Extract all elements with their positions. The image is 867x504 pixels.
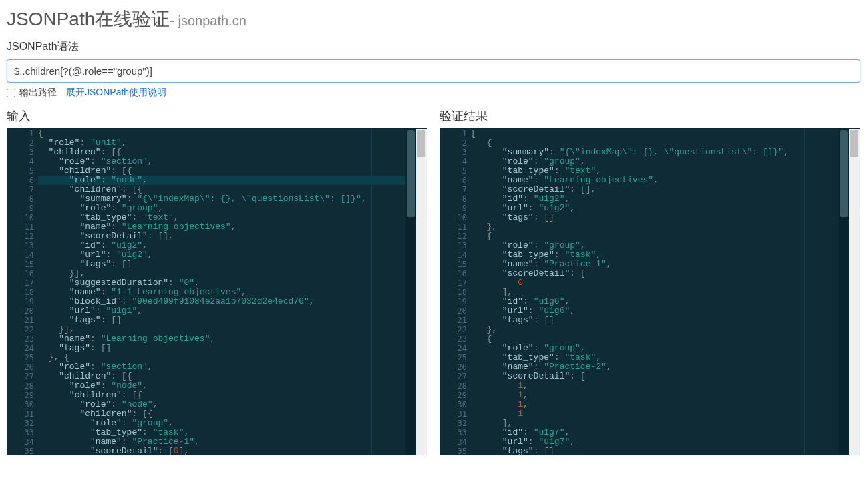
- code-line[interactable]: "role": "group",: [38, 419, 405, 428]
- editor-scrollbar[interactable]: [849, 129, 860, 455]
- code-line[interactable]: "tab_type": "task",: [38, 428, 405, 437]
- code-line[interactable]: {: [471, 138, 838, 148]
- code-line[interactable]: "tab_type": "task",: [471, 250, 838, 260]
- code-line[interactable]: "id": "u1g2",: [38, 241, 405, 250]
- scroll-thumb[interactable]: [417, 130, 425, 157]
- code-line[interactable]: "tags": []: [471, 316, 838, 325]
- code-line[interactable]: "name": "Practice-1",: [38, 437, 405, 447]
- code-line[interactable]: ],: [471, 419, 838, 428]
- code-line[interactable]: },: [471, 325, 838, 334]
- wrap-margin-line: [804, 129, 805, 455]
- wrap-margin-line: [371, 129, 372, 455]
- code-line[interactable]: "role": "group",: [471, 157, 838, 166]
- code-line[interactable]: "name": "Practice-2",: [471, 362, 838, 372]
- code-line[interactable]: }, {: [38, 353, 405, 362]
- code-line[interactable]: "tab_type": "task",: [471, 353, 838, 362]
- code-line[interactable]: ],: [471, 288, 838, 297]
- code-line[interactable]: [: [471, 129, 838, 138]
- code-line[interactable]: "tags": []: [38, 260, 405, 269]
- code-line[interactable]: "id": "u1g2",: [471, 194, 838, 204]
- code-line[interactable]: "tags": []: [38, 344, 405, 353]
- code-line[interactable]: "children": [{: [38, 166, 405, 176]
- expand-help-link[interactable]: 展开JSONPath使用说明: [66, 87, 166, 99]
- code-line[interactable]: 1,: [471, 391, 838, 400]
- code-line[interactable]: "name": "Practice-1",: [471, 260, 838, 269]
- editor-scrollbar[interactable]: [416, 129, 427, 455]
- code-line[interactable]: 1: [471, 409, 838, 419]
- code-line[interactable]: "children": [{: [38, 391, 405, 400]
- code-line[interactable]: "id": "u1g6",: [471, 297, 838, 306]
- code-line[interactable]: "role": "node",: [38, 400, 405, 409]
- editor-code[interactable]: [ { "summary": "{\"indexMap\": {}, \"que…: [471, 129, 838, 455]
- code-line[interactable]: {: [471, 232, 838, 241]
- code-line[interactable]: "children": [{: [38, 372, 405, 381]
- code-line[interactable]: "tags": []: [471, 447, 838, 455]
- scroll-thumb[interactable]: [840, 130, 848, 217]
- code-line[interactable]: {: [471, 334, 838, 344]
- code-line[interactable]: "url": "u1g1",: [38, 306, 405, 316]
- code-line[interactable]: "role": "node",: [38, 381, 405, 391]
- code-line[interactable]: "scoreDetail": [0],: [38, 447, 405, 455]
- code-line[interactable]: "id": "u1g7",: [471, 428, 838, 437]
- editor-gutter: 1234567891011121314151617181920212223242…: [440, 129, 471, 455]
- code-line[interactable]: "tab_type": "text",: [38, 213, 405, 222]
- code-line[interactable]: "name": "1-1 Learning objectives",: [38, 288, 405, 297]
- code-line[interactable]: "summary": "{\"indexMap\": {}, \"questio…: [38, 194, 405, 204]
- code-line[interactable]: },: [471, 222, 838, 232]
- code-line[interactable]: }],: [38, 325, 405, 334]
- code-line[interactable]: "name": "Learning objectives",: [38, 222, 405, 232]
- output-path-checkbox[interactable]: [7, 89, 15, 97]
- code-line[interactable]: 1,: [471, 381, 838, 391]
- code-line[interactable]: "scoreDetail": [: [471, 269, 838, 278]
- editor-minimap-scrollbar[interactable]: [838, 129, 849, 455]
- result-editor[interactable]: 1234567891011121314151617181920212223242…: [440, 128, 860, 455]
- code-line[interactable]: "url": "u1g2",: [38, 250, 405, 260]
- code-line[interactable]: "scoreDetail": [: [471, 372, 838, 381]
- code-line[interactable]: "summary": "{\"indexMap\": {}, \"questio…: [471, 148, 838, 157]
- code-line[interactable]: "role": "section",: [38, 362, 405, 372]
- code-line[interactable]: "name": "Learning objectives",: [471, 176, 838, 185]
- code-line[interactable]: "tags": []: [38, 316, 405, 325]
- code-line[interactable]: "name": "Learning objectives",: [38, 334, 405, 344]
- editor-minimap-scrollbar[interactable]: [405, 129, 416, 455]
- code-line[interactable]: "tab_type": "text",: [471, 166, 838, 176]
- output-path-label[interactable]: 输出路径: [19, 87, 57, 99]
- code-line[interactable]: 0: [471, 278, 838, 288]
- code-line[interactable]: "suggestedDuration": "0",: [38, 278, 405, 288]
- scroll-thumb[interactable]: [407, 130, 415, 217]
- code-line[interactable]: "tags": []: [471, 213, 838, 222]
- code-line[interactable]: "url": "u1g6",: [471, 306, 838, 316]
- input-editor[interactable]: 1234567891011121314151617181920212223242…: [7, 128, 427, 455]
- jsonpath-input[interactable]: [7, 59, 860, 83]
- code-line[interactable]: "url": "u1g2",: [471, 204, 838, 213]
- syntax-label: JSONPath语法: [7, 40, 860, 54]
- page-title: JSONPath在线验证- jsonpath.cn: [7, 7, 860, 32]
- result-panel-title: 验证结果: [440, 108, 860, 124]
- code-line[interactable]: "children": [{: [38, 185, 405, 194]
- code-line[interactable]: "role": "group",: [38, 204, 405, 213]
- code-line[interactable]: "role": "section",: [38, 157, 405, 166]
- code-line[interactable]: "role": "group",: [471, 344, 838, 353]
- code-line[interactable]: "role": "unit",: [38, 138, 405, 148]
- code-line[interactable]: "role": "group",: [471, 241, 838, 250]
- code-line[interactable]: "block_id": "90ed499f91084e2aa1b7032d2e4…: [38, 297, 405, 306]
- code-line[interactable]: }],: [38, 269, 405, 278]
- scroll-thumb[interactable]: [850, 130, 858, 157]
- code-line[interactable]: "scoreDetail": [],: [38, 232, 405, 241]
- code-line[interactable]: {: [38, 129, 405, 138]
- code-line[interactable]: "children": [{: [38, 409, 405, 419]
- code-line[interactable]: "role": "node",: [38, 176, 405, 185]
- editor-gutter: 1234567891011121314151617181920212223242…: [7, 129, 38, 455]
- code-line[interactable]: 1,: [471, 400, 838, 409]
- input-panel-title: 输入: [7, 108, 427, 124]
- code-line[interactable]: "children": [{: [38, 148, 405, 157]
- code-line[interactable]: "url": "u1g7",: [471, 437, 838, 447]
- code-line[interactable]: "scoreDetail": [],: [471, 185, 838, 194]
- editor-code[interactable]: { "role": "unit", "children": [{ "role":…: [38, 129, 405, 455]
